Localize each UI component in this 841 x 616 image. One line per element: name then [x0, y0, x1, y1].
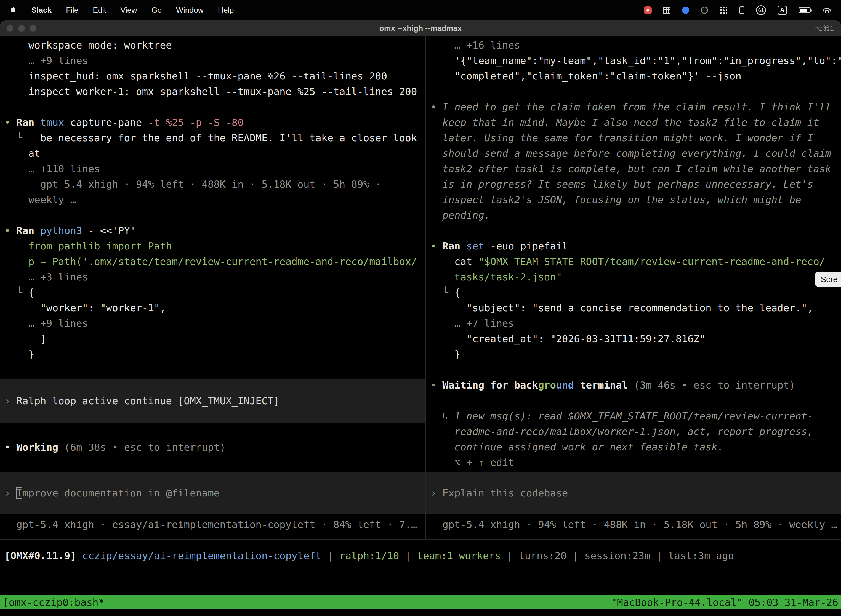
text-segment: … +7 lines: [431, 318, 514, 329]
text-segment: "worker": "worker-1",: [4, 302, 166, 314]
text-segment: |: [651, 550, 668, 561]
menu-item-edit[interactable]: Edit: [93, 6, 106, 15]
text-segment: |: [567, 550, 585, 561]
terminal-line: [4, 99, 425, 115]
terminal-line: • Ran tmux capture-pane -t %25 -p -S -80: [4, 115, 425, 130]
battery-icon[interactable]: [799, 7, 811, 13]
screen-recording-icon[interactable]: [644, 6, 652, 14]
terminal-line: › Improve documentation in @filename: [4, 485, 220, 501]
text-segment: •: [4, 225, 16, 236]
text-segment: Ran: [16, 225, 40, 236]
terminal-line: … +9 lines: [4, 53, 425, 69]
terminal-line: inspect_worker-1: omx sparkshell --tmux-…: [4, 84, 425, 99]
grid-app-icon[interactable]: [663, 7, 671, 14]
text-segment: }: [4, 349, 34, 360]
terminal-line: "completed","claim_token":"claim-token"}…: [431, 69, 841, 84]
terminal-line: readme-and-reco/mailbox/worker-1.json, a…: [431, 424, 841, 439]
text-segment: ›: [431, 487, 442, 499]
text-segment: tmux: [40, 117, 70, 128]
text-segment: -euo pipefail: [490, 241, 568, 252]
minimize-window-button[interactable]: [18, 25, 25, 32]
text-segment: "created_at": "2026-03-31T11:59:27.816Z": [431, 333, 706, 345]
text-segment: gpt-5.4 xhigh · 94% left · 488K in · 5.1…: [4, 179, 381, 190]
text-segment: set: [466, 241, 490, 252]
text-segment: ]: [4, 333, 46, 345]
text-segment: |: [399, 550, 417, 561]
left-prompt-input[interactable]: › Improve documentation in @filename: [0, 472, 425, 514]
terminal-line: inspect_hud: omx sparkshell --tmux-pane …: [4, 69, 425, 84]
text-segment: ›: [4, 395, 16, 406]
terminal-line: gpt-5.4 xhigh · 94% left · 488K in · 5.1…: [431, 517, 841, 532]
text-segment: capture-pane: [70, 117, 148, 128]
dots-grid-icon[interactable]: [719, 6, 728, 14]
menu-item-help[interactable]: Help: [218, 6, 234, 15]
text-segment: Ran: [16, 117, 40, 128]
dark-app-icon[interactable]: [701, 7, 708, 14]
tmux-status-bar: [omx-cczip0:bash* "MacBook-Pro-44.local"…: [0, 595, 841, 609]
right-pane: … +16 lines '{"team_name":"my-team","tas…: [426, 37, 841, 539]
window-shortcut: ⌥⌘1: [815, 24, 834, 33]
right-pane-output: … +16 lines '{"team_name":"my-team","tas…: [426, 38, 841, 470]
terminal-line: └ {: [431, 285, 841, 300]
terminal-line: [4, 208, 425, 223]
text-segment: session:23m: [585, 550, 650, 561]
terminal-line: later. Using the same for transition mig…: [431, 130, 841, 146]
menu-app-name[interactable]: Slack: [31, 6, 51, 15]
left-pane-footer: gpt-5.4 xhigh · essay/ai-reimplementatio…: [0, 517, 425, 532]
text-segment: cat: [431, 256, 478, 267]
wifi-icon[interactable]: [822, 8, 832, 13]
text-segment: {: [28, 287, 35, 298]
text-segment: Working: [16, 441, 64, 453]
zoom-window-button[interactable]: [30, 25, 37, 32]
text-segment: "completed","claim_token":"claim-token"}…: [431, 70, 741, 82]
tmux-host-clock: "MacBook-Pro-44.local" 05:03 31-Mar-26: [611, 597, 838, 608]
badge-61-icon[interactable]: 61: [756, 5, 766, 15]
text-segment: gro: [538, 380, 556, 391]
phone-icon[interactable]: [740, 6, 744, 14]
right-prompt-input[interactable]: › Explain this codebase: [426, 472, 841, 514]
text-segment: p = Path('.omx/state/team/review-current…: [4, 256, 417, 267]
terminal-line: ↳ 1 new msg(s): read $OMX_TEAM_STATE_ROO…: [431, 408, 841, 424]
apple-menu-icon[interactable]: [9, 6, 17, 15]
text-segment: task2 after task1 is complete, but can I…: [431, 163, 831, 175]
terminal-line: • Working (6m 38s • esc to interrupt): [4, 440, 425, 455]
horizontal-separator: [0, 539, 841, 540]
text-segment: ›: [4, 487, 16, 499]
close-window-button[interactable]: [7, 25, 13, 32]
menu-item-go[interactable]: Go: [151, 6, 162, 15]
input-source-icon[interactable]: A: [778, 6, 787, 15]
terminal-line: • Ran python3 - <<'PY': [4, 223, 425, 238]
screen-share-overlay[interactable]: Scre: [815, 271, 841, 287]
text-segment: be necessary for the end of the README. …: [40, 132, 417, 144]
text-segment: workspace_mode: worktree: [4, 40, 172, 51]
text-segment: should send a message before completing …: [431, 148, 831, 159]
text-segment: '{"team_name":"my-team","task_id":"1","f…: [431, 55, 841, 66]
terminal-line: continue assigned work or next feasible …: [431, 439, 841, 455]
left-pane-output: workspace_mode: worktree … +9 lines insp…: [0, 38, 425, 362]
ralph-inject-banner: › Ralph loop active continue [OMX_TMUX_I…: [0, 379, 425, 423]
menu-item-window[interactable]: Window: [176, 6, 204, 15]
text-segment: └: [4, 287, 28, 298]
text-segment: pending.: [431, 210, 490, 221]
terminal-line: └ be necessary for the end of the README…: [4, 130, 425, 146]
terminal-line: › Ralph loop active continue [OMX_TMUX_I…: [4, 393, 280, 409]
text-segment: I need to get the claim token from the c…: [442, 101, 831, 113]
menu-bar: Slack File Edit View Go Window Help 61 A: [0, 0, 841, 21]
text-segment: inspect task2's JSON, focusing on the st…: [431, 194, 801, 205]
terminal-line: ]: [4, 331, 425, 347]
text-segment: •: [431, 101, 442, 113]
terminal: workspace_mode: worktree … +9 lines insp…: [0, 37, 841, 616]
text-segment: tasks/task-2.json": [454, 271, 562, 283]
text-segment: ↳: [431, 411, 454, 422]
left-pane: workspace_mode: worktree … +9 lines insp…: [0, 37, 425, 539]
text-segment: … +16 lines: [431, 40, 520, 51]
menu-item-view[interactable]: View: [120, 6, 137, 15]
text-segment: inspect_worker-1: omx sparkshell --tmux-…: [4, 86, 417, 97]
terminal-line: • I need to get the claim token from the…: [431, 99, 841, 115]
menu-item-file[interactable]: File: [66, 6, 78, 15]
terminal-line: p = Path('.omx/state/team/review-current…: [4, 254, 425, 269]
menu-status-icons: 61 A: [644, 5, 832, 15]
blue-app-icon[interactable]: [682, 7, 689, 14]
text-segment: … +110 lines: [4, 163, 100, 175]
text-segment: - <<'PY': [88, 225, 136, 236]
